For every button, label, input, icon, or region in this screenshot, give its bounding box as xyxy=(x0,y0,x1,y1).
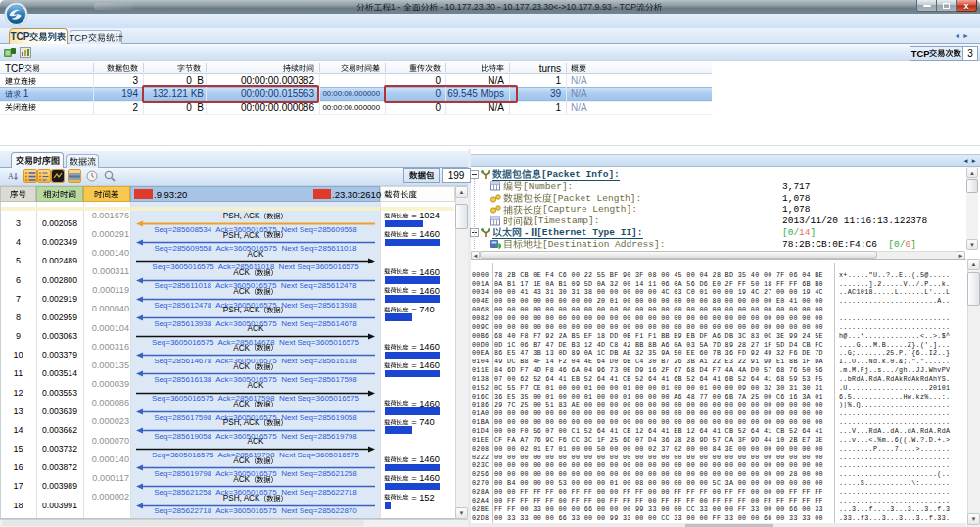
svg-text:A: A xyxy=(8,172,14,181)
